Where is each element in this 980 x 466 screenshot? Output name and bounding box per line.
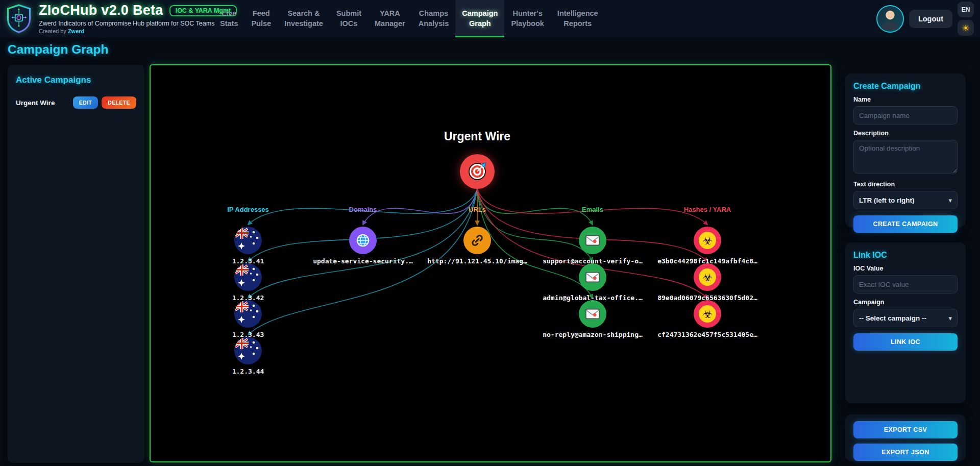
avatar-person-icon (877, 6, 903, 32)
nav-item-label: Submit IOCs (336, 9, 361, 29)
graph-node-ip[interactable] (234, 300, 262, 328)
category-label-domains: Domains (307, 206, 419, 213)
graph-edge-email (477, 189, 593, 261)
text-direction-label: Text direction (853, 181, 958, 188)
export-card: EXPORT CSV EXPORT JSON (845, 414, 966, 461)
logout-button[interactable]: Logout (909, 10, 952, 28)
biohazard-icon: ☣ (699, 232, 716, 249)
link-ioc-button[interactable]: LINK IOC (853, 333, 958, 351)
nav-item-label: Search & Investigate (284, 9, 323, 29)
campaign-list: Urgent WireEDITDELETE (16, 96, 136, 109)
graph-node-domain[interactable] (349, 227, 377, 254)
category-label-ip-addresses: IP Addresses (192, 206, 304, 213)
graph-node-email[interactable] (579, 300, 606, 328)
link-ioc-title: Link IOC (853, 251, 958, 260)
app-title: ZIoCHub v2.0 Beta (39, 3, 163, 18)
australia-flag-icon (234, 227, 262, 254)
australia-flag-icon (234, 300, 262, 328)
graph-node-label-ip: 1.2.3.44 (177, 367, 320, 375)
graph-node-hash[interactable]: ☣ (694, 263, 721, 291)
australia-flag-icon (234, 337, 262, 364)
campaign-name-input[interactable] (853, 106, 958, 125)
export-csv-button[interactable]: EXPORT CSV (853, 421, 958, 438)
campaign-select-value: -- Select campaign -- (859, 314, 926, 322)
nav-item-yara-manager[interactable]: YARA Manager (368, 0, 412, 37)
graph-node-url[interactable] (463, 227, 491, 254)
header-right-cluster: Logout EN ☀ (876, 0, 974, 37)
nav-item-label: YARA Manager (375, 9, 405, 29)
nav-item-label: Intelligence Reports (557, 9, 598, 29)
campaign-description-input[interactable] (853, 140, 958, 174)
nav-item-champs-analysis[interactable]: Champs Analysis (412, 0, 456, 37)
nav-item-submit-iocs[interactable]: Submit IOCs (330, 0, 368, 37)
campaign-graph-canvas[interactable]: Urgent Wire IP Addresses1.2.3.411.2.3.42… (150, 64, 831, 462)
create-campaign-title: Create Campaign (853, 82, 958, 91)
nav-item-label: Feed Pulse (251, 9, 271, 29)
graph-node-ip[interactable] (234, 227, 262, 254)
nav-item-intelligence-reports[interactable]: Intelligence Reports (551, 0, 605, 37)
app-subtitle: Zwerd Indicators of Compromise Hub platf… (39, 20, 237, 27)
graph-node-email[interactable] (579, 263, 606, 291)
delete-campaign-button[interactable]: DELETE (102, 96, 136, 109)
australia-flag-icon (234, 263, 262, 291)
category-label-emails: Emails (536, 206, 649, 213)
ioc-value-label: IOC Value (853, 265, 958, 272)
email-icon (585, 269, 600, 285)
graph-campaign-title: Urgent Wire (401, 130, 554, 143)
nav-item-hunter-s-playbook[interactable]: Hunter's Playbook (504, 0, 550, 37)
nav-item-search-investigate[interactable]: Search & Investigate (278, 0, 330, 37)
app-shield-logo (5, 3, 33, 34)
page-title: Campaign Graph (8, 42, 108, 57)
language-button[interactable]: EN (958, 2, 974, 17)
nav-item-label: Champs Analysis (419, 9, 449, 29)
user-avatar[interactable] (876, 5, 904, 33)
biohazard-icon: ☣ (699, 305, 716, 323)
nav-item-feed-pulse[interactable]: Feed Pulse (244, 0, 278, 37)
nav-item-label: Live Stats (220, 9, 238, 29)
graph-center-node[interactable] (460, 154, 495, 189)
email-icon (585, 233, 600, 248)
chevron-down-icon: ▾ (948, 197, 952, 204)
nav-item-live-stats[interactable]: Live Stats (213, 0, 244, 37)
target-dart-icon (467, 161, 487, 182)
sun-icon: ☀ (962, 23, 969, 33)
description-label: Description (853, 130, 958, 137)
text-direction-select[interactable]: LTR (left to right) ▾ (853, 191, 958, 209)
campaign-row: Urgent WireEDITDELETE (16, 96, 136, 109)
created-by-text: Created by (39, 28, 66, 34)
created-by: Created by Zwerd (39, 28, 237, 34)
graph-node-label-hash: cf24731362e457f5c531405e… (636, 331, 779, 338)
graph-node-ip[interactable] (234, 337, 262, 364)
category-label-urls: URLs (421, 206, 533, 213)
name-label: Name (853, 96, 958, 103)
nav-item-campaign-graph[interactable]: Campaign Graph (455, 0, 504, 37)
category-label-hashes-yara: Hashes / YARA (651, 206, 764, 213)
theme-toggle-button[interactable]: ☀ (958, 20, 974, 36)
link-icon (470, 233, 484, 248)
graph-node-hash[interactable]: ☣ (694, 300, 721, 328)
nav-item-label: Campaign Graph (462, 9, 498, 29)
zwerd-link[interactable]: Zwerd (68, 28, 84, 34)
text-direction-value: LTR (left to right) (859, 197, 914, 204)
top-nav-bar: ZIoCHub v2.0 Beta IOC & YARA Mgmt Zwerd … (0, 0, 980, 37)
create-campaign-card: Create Campaign Name Description Text di… (845, 73, 966, 227)
campaign-name: Urgent Wire (16, 99, 55, 107)
chevron-down-icon: ▾ (948, 314, 952, 322)
campaign-select-label: Campaign (853, 299, 958, 306)
edit-campaign-button[interactable]: EDIT (73, 96, 99, 109)
ioc-value-input[interactable] (853, 275, 958, 293)
nav-item-label: Hunter's Playbook (511, 9, 544, 29)
biohazard-icon: ☣ (699, 268, 716, 286)
main-nav: Live StatsFeed PulseSearch & Investigate… (213, 0, 605, 37)
globe-icon (355, 233, 371, 248)
graph-node-hash[interactable]: ☣ (694, 227, 721, 254)
graph-node-email[interactable] (579, 227, 606, 254)
active-campaigns-panel: Active Campaigns Urgent WireEDITDELETE (8, 65, 144, 463)
graph-node-ip[interactable] (234, 263, 262, 291)
email-icon (585, 306, 600, 322)
create-campaign-button[interactable]: CREATE CAMPAIGN (853, 215, 958, 233)
brand-block: ZIoCHub v2.0 Beta IOC & YARA Mgmt Zwerd … (39, 3, 237, 34)
link-ioc-card: Link IOC IOC Value Campaign -- Select ca… (845, 242, 966, 403)
campaign-select[interactable]: -- Select campaign -- ▾ (853, 309, 958, 327)
export-json-button[interactable]: EXPORT JSON (853, 444, 958, 461)
